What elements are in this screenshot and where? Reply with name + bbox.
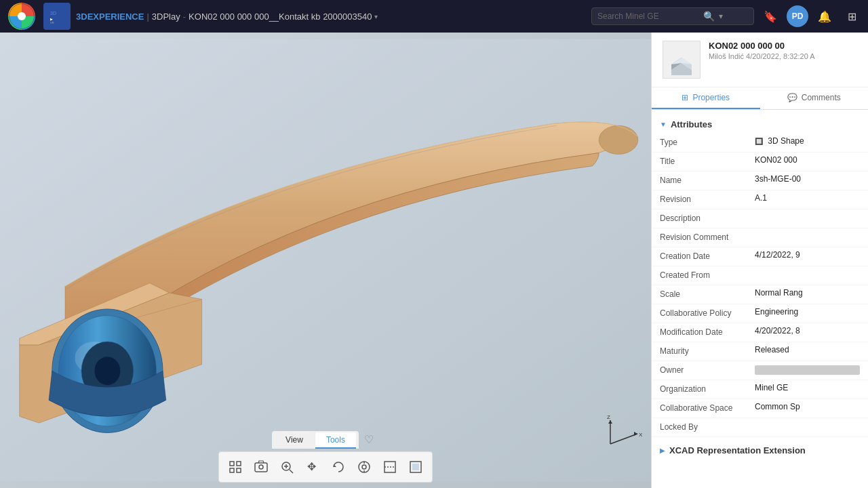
svg-rect-22 [237, 462, 241, 466]
svg-text:3D: 3D [50, 11, 56, 16]
app-switcher-button[interactable]: 3D ▶ VR [43, 3, 71, 30]
zoom-button[interactable] [275, 455, 299, 479]
svg-rect-24 [237, 468, 241, 472]
model-thumbnail [663, 41, 701, 79]
right-panel: KON02 000 000 00 Miloš Indić 4/20/2022, … [651, 33, 868, 488]
attr-row-type: Type 🔲 3D Shape [652, 134, 868, 152]
attr-row-description: Description [652, 209, 868, 228]
compass-icon [8, 3, 35, 30]
attr-label-created-from: Created From [660, 269, 755, 280]
pan-button[interactable]: ✥ [300, 455, 325, 479]
attr-row-scale: Scale Normal Rang [652, 285, 868, 304]
breadcrumb-dropdown-arrow[interactable]: ▾ [374, 13, 378, 20]
attr-label-collaborative-policy: Collaborative Policy [660, 307, 755, 318]
xcad-section-label: XCAD Representation Extension [669, 445, 806, 455]
breadcrumb-item: KON02 000 000 000__Kontakt kb 2000003540 [189, 12, 372, 22]
attr-label-revision-comment: Revision Comment [660, 231, 755, 242]
bookmark-button[interactable]: 🔖 [760, 5, 781, 27]
svg-line-28 [290, 470, 293, 473]
attr-row-maturity: Maturity Released [652, 342, 868, 361]
panel-body: ▼ Attributes Type 🔲 3D Shape Title KON02… [652, 110, 868, 488]
breadcrumb: 3DEXPERIENCE | 3DPlay - KON02 000 000 00… [76, 12, 586, 22]
attributes-list: Type 🔲 3D Shape Title KON02 000 Name 3sh… [652, 134, 868, 437]
tab-properties[interactable]: ⊞ Properties [652, 87, 760, 109]
toolbar-icons: ✥ [218, 451, 433, 483]
attributes-section-label: Attributes [671, 119, 712, 129]
attr-row-name: Name 3sh-MGE-00 [652, 171, 868, 190]
svg-text:✥: ✥ [307, 461, 316, 472]
tab-view[interactable]: View [275, 432, 314, 449]
attr-row-collaborative-policy: Collaborative Policy Engineering [652, 304, 868, 323]
attr-value-modification-date: 4/20/2022, 8 [755, 326, 860, 336]
fullscreen-button[interactable] [403, 455, 428, 479]
user-avatar[interactable]: PD [787, 5, 808, 27]
attr-value-title: KON02 000 [755, 155, 860, 165]
app-name: 3DPlay [152, 12, 180, 22]
fit-all-button[interactable] [223, 455, 248, 479]
attr-label-modification-date: Modification Date [660, 326, 755, 337]
svg-rect-25 [255, 463, 267, 472]
svg-text:VR: VR [50, 21, 54, 24]
topbar: 3D ▶ VR 3DEXPERIENCE | 3DPlay - KON02 00… [0, 0, 868, 33]
toolbar-tabs: View Tools [272, 431, 359, 449]
topbar-right-actions: 🔖 PD 🔔 ⊞ [760, 5, 863, 27]
attr-label-maturity: Maturity [660, 345, 755, 356]
panel-model-subtitle: Miloš Indić 4/20/2022, 8:32:20 A [709, 52, 857, 60]
separator: | [146, 12, 149, 22]
svg-point-34 [362, 465, 366, 469]
panel-model-title: KON02 000 000 00 [709, 41, 857, 51]
fly-through-button[interactable] [352, 455, 376, 479]
attr-value-collaborative-space: Common Sp [755, 402, 860, 411]
attributes-section-header[interactable]: ▼ Attributes [652, 115, 868, 134]
svg-line-15 [610, 434, 637, 444]
notifications-button[interactable]: 🔔 [814, 5, 835, 27]
search-bar: 🔍 ▾ [591, 7, 754, 25]
svg-marker-20 [608, 420, 612, 424]
properties-icon: ⊞ [682, 93, 688, 102]
attr-row-collaborative-space: Collaborative Space Common Sp [652, 399, 868, 418]
attr-value-type: 🔲 3D Shape [755, 136, 860, 146]
app-logo [5, 0, 38, 33]
attr-label-revision: Revision [660, 193, 755, 204]
attributes-collapse-arrow: ▼ [660, 121, 667, 128]
svg-rect-40 [412, 464, 419, 470]
comments-icon: 💬 [787, 93, 797, 102]
attr-value-name: 3sh-MGE-00 [755, 174, 860, 184]
attr-label-name: Name [660, 174, 755, 185]
svg-point-1 [18, 12, 26, 20]
search-dropdown-arrow[interactable]: ▾ [719, 12, 723, 21]
bookmark-tab-icon[interactable]: ♡ [359, 430, 379, 449]
attr-row-locked-by: Locked By [652, 418, 868, 437]
3d-shape-icon: 🔲 [755, 138, 763, 145]
svg-point-14 [94, 357, 120, 385]
svg-point-26 [259, 465, 263, 469]
attr-value-organization: Minel GE [755, 383, 860, 392]
xcad-collapse-arrow: ▶ [660, 447, 665, 454]
attr-row-owner: Owner [652, 361, 868, 380]
section-button[interactable] [378, 455, 402, 479]
attr-value-revision: A.1 [755, 193, 860, 203]
rotate-button[interactable] [326, 455, 351, 479]
attr-value-creation-date: 4/12/2022, 9 [755, 250, 860, 260]
attr-label-locked-by: Locked By [660, 421, 755, 432]
attr-row-title: Title KON02 000 [652, 152, 868, 171]
attr-value-maturity: Released [755, 345, 860, 354]
tab-comments[interactable]: 💬 Comments [760, 87, 869, 109]
attr-label-type: Type [660, 136, 755, 147]
attr-label-owner: Owner [660, 364, 755, 375]
svg-marker-19 [634, 432, 637, 436]
tab-tools[interactable]: Tools [315, 432, 356, 449]
viewport[interactable]: X Z View Tools ♡ [0, 33, 651, 488]
apps-button[interactable]: ⊞ [841, 5, 863, 27]
attr-value-collaborative-policy: Engineering [755, 307, 860, 317]
svg-point-6 [599, 125, 638, 154]
search-input[interactable] [597, 12, 699, 21]
xcad-section-header[interactable]: ▶ XCAD Representation Extension [652, 440, 868, 461]
main-content: X Z View Tools ♡ [0, 33, 868, 488]
attr-label-creation-date: Creation Date [660, 250, 755, 261]
capture-button[interactable] [249, 455, 273, 479]
attr-value-owner [755, 365, 860, 375]
coordinate-axis: X Z [604, 413, 637, 447]
search-icon[interactable]: 🔍 [703, 11, 715, 22]
attr-row-revision: Revision A.1 [652, 190, 868, 209]
